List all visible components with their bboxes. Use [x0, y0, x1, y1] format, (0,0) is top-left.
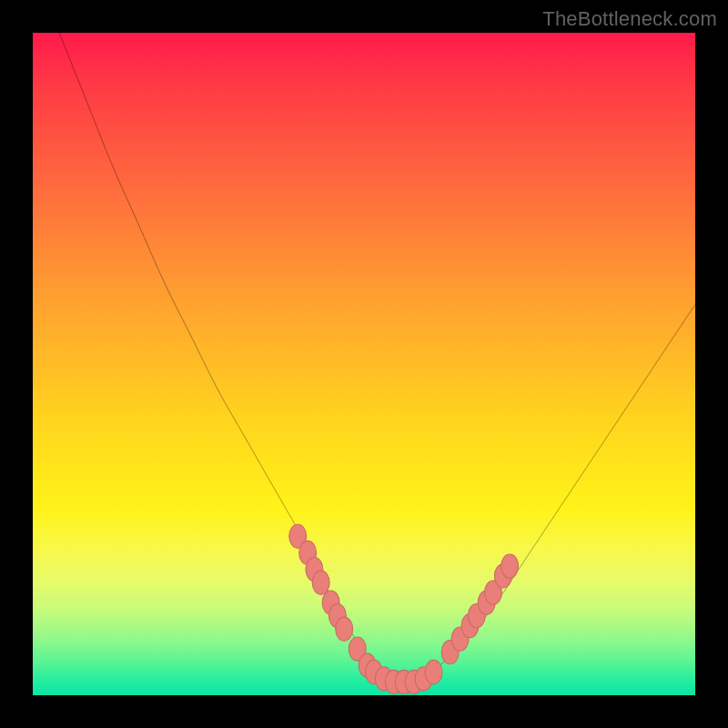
- data-marker: [336, 617, 353, 641]
- chart-frame: TheBottleneck.com: [0, 0, 728, 728]
- bottleneck-curve: [59, 33, 695, 682]
- chart-svg: [33, 33, 695, 695]
- data-marker: [312, 571, 329, 594]
- plot-area: [33, 33, 695, 695]
- watermark-text: TheBottleneck.com: [542, 7, 717, 31]
- data-markers: [289, 524, 519, 693]
- data-marker: [425, 660, 442, 683]
- data-marker: [501, 554, 519, 578]
